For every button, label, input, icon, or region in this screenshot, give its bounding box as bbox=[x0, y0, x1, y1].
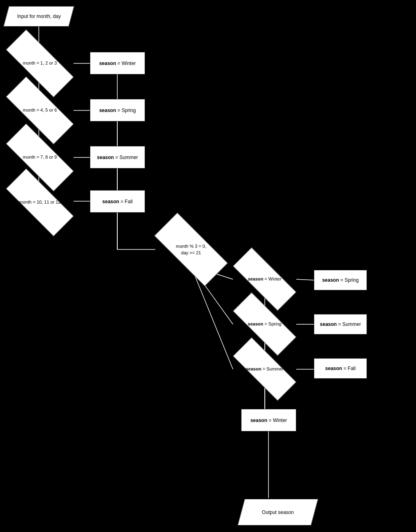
diamond-month-mod-3: month % 3 = 0,day >= 21 bbox=[155, 233, 227, 266]
diamond-season-summer-cond: season = Summer bbox=[233, 356, 296, 382]
rect-season-spring-2: season = Spring bbox=[314, 270, 367, 290]
rect-season-fall-1: season = Fall bbox=[90, 190, 145, 213]
rect-season-summer-1: season = Summer bbox=[90, 146, 145, 168]
diamond-month-10-11-12: month = 10, 11 or 12 bbox=[6, 188, 74, 217]
svg-line-10 bbox=[191, 266, 233, 369]
rect-season-summer-2: season = Summer bbox=[314, 314, 367, 334]
rect-season-fall-2: season = Fall bbox=[314, 358, 367, 379]
diamond-month-7-8-9: month = 7, 8 or 9 bbox=[6, 143, 74, 172]
input-parallelogram: Input for month, day bbox=[3, 6, 74, 27]
diamond-month-1-2-3: month = 1, 2 or 3 bbox=[6, 49, 74, 78]
diamond-season-spring-cond: season = Spring bbox=[233, 311, 296, 337]
svg-line-11 bbox=[296, 279, 314, 280]
rect-season-winter-2: season = Winter bbox=[241, 409, 296, 431]
diamond-month-4-5-6: month = 4, 5 or 6 bbox=[6, 96, 74, 125]
output-parallelogram: Output season bbox=[237, 499, 318, 525]
rect-season-winter-1: season = Winter bbox=[90, 52, 145, 74]
diamond-season-winter-cond: season = Winter bbox=[233, 266, 296, 292]
rect-season-spring-1: season = Spring bbox=[90, 99, 145, 121]
